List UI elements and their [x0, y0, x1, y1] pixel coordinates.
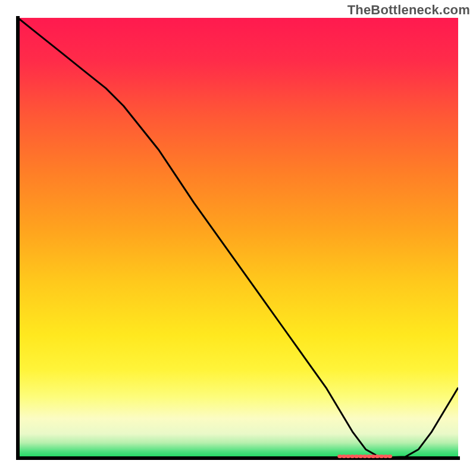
plot-background [18, 18, 458, 458]
bottleneck-chart [0, 0, 476, 476]
chart-container: TheBottleneck.com [0, 0, 476, 476]
watermark-text: TheBottleneck.com [347, 2, 470, 18]
